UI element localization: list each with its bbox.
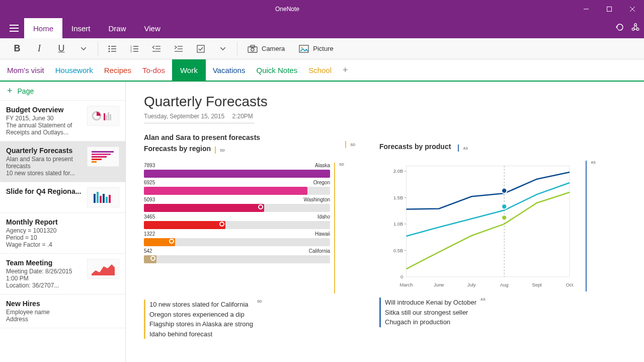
tags-dropdown[interactable] [212,38,234,59]
toolbar-divider [98,42,98,56]
note-line: Flagship stores in Alaska are strong [149,319,253,329]
page-thumbnail [87,187,119,207]
bar-row: 3465Idaho [144,214,330,229]
page-item[interactable]: Budget OverviewFY 2015, June 30The annua… [0,101,125,141]
svg-text:Sept: Sept [532,282,542,287]
author-badge: AS [463,147,468,150]
section-tab-quick-notes[interactable]: Quick Notes [256,59,297,81]
notes-left: 10 new stores slated for California Oreg… [144,300,253,339]
svg-rect-30 [251,45,255,47]
section-tab-mom-s-visit[interactable]: Mom's visit [7,59,44,81]
page-item[interactable]: Quarterly ForecastsAlan and Sara to pres… [0,141,125,182]
page-item[interactable]: New HiresEmployee nameAddress [0,295,125,328]
svg-point-12 [109,48,110,49]
svg-rect-40 [92,154,111,155]
camera-label: Camera [262,45,285,52]
svg-text:Oct: Oct [566,282,574,287]
indent-button[interactable] [168,38,190,59]
page-item-preview-line: Address [6,316,119,323]
outdent-icon [152,45,160,52]
svg-rect-28 [197,45,204,52]
page-item-title: Team Meeting [6,259,83,267]
section-tab-recipes[interactable]: Recipes [104,59,131,81]
todo-checkbox-button[interactable] [190,38,212,59]
page-item-preview-line: Period = 10 [6,234,119,241]
picture-button[interactable]: Picture [292,38,340,59]
page-item-title: Budget Overview [6,106,83,114]
page-item-preview-line: Meeting Date: 8/26/2015 [6,268,83,275]
bar-value: 3465 [144,214,155,220]
author-marker [345,141,346,148]
share-button[interactable] [631,23,640,34]
note-line: Will introduce Kenai by October [385,298,476,308]
add-section-button[interactable]: + [343,65,348,76]
page-item[interactable]: Slide for Q4 Regiona... [0,182,125,213]
undo-icon [615,23,624,32]
section-tab-school[interactable]: School [308,59,332,81]
bar-value: 1322 [144,231,155,237]
page-thumbnail [87,259,119,279]
app-title: OneNote [0,6,575,13]
svg-point-31 [251,48,254,51]
bar-row: 1322Hawaii [144,231,330,246]
page-date: Tuesday, September 15, 2015 [144,113,224,120]
svg-rect-49 [109,195,111,203]
indent-icon [175,45,183,52]
hamburger-menu[interactable] [4,18,24,38]
page-item[interactable]: Monthly ReportAgency = 1001320Period = 1… [0,213,125,254]
minimize-button[interactable] [575,0,598,18]
page-item-preview-line: Wage Factor = .4 [6,241,119,248]
svg-point-68 [502,204,507,209]
note-header-line2: Forecasts by region [144,144,211,153]
page-item-preview-line: 10 new stores slated for... [6,170,83,177]
svg-text:1.0B: 1.0B [393,222,403,227]
svg-rect-50 [407,166,570,276]
author-badge: SD [350,143,355,147]
page-item[interactable]: Team MeetingMeeting Date: 8/26/20151:00 … [0,254,125,295]
font-dropdown[interactable] [72,38,95,59]
ribbon-tab-draw[interactable]: Draw [100,18,135,38]
maximize-button[interactable] [598,0,621,18]
notes-right: Will introduce Kenai by October Sitka st… [379,298,476,327]
section-tabs: Mom's visitHouseworkRecipesTo-dosWorkVac… [0,59,644,82]
camera-button[interactable]: Camera [240,38,292,59]
undo-button[interactable] [615,23,624,34]
bar-row: 7893Alaska [144,163,330,178]
svg-text:March: March [400,282,413,287]
plus-icon: + [7,86,13,96]
chevron-down-icon [220,47,225,50]
page-item-preview-line: Agency = 1001320 [6,227,119,234]
author-badge: AS [480,298,486,327]
section-tab-to-dos[interactable]: To-dos [142,59,165,81]
page-time: 2:20PM [232,113,253,120]
ribbon-tab-view[interactable]: View [135,18,170,38]
section-tab-housework[interactable]: Housework [55,59,93,81]
outdent-button[interactable] [145,38,168,59]
ribbon-tab-home[interactable]: Home [24,18,62,38]
page-item-preview-line: FY 2015, June 30 [6,115,83,122]
bar-value: 6925 [144,180,155,185]
svg-rect-29 [248,47,257,52]
svg-rect-45 [97,192,99,203]
author-badge: SD [220,149,225,152]
underline-button[interactable]: U [50,38,72,59]
italic-button[interactable]: I [28,38,50,59]
section-tab-vacations[interactable]: Vacations [213,59,246,81]
new-page-button[interactable]: + Page [0,82,125,101]
page-title[interactable]: Quarterly Forecasts [144,94,626,110]
numbered-list-button[interactable]: 123 [123,38,145,59]
bold-button[interactable]: B [6,38,28,59]
svg-rect-41 [92,156,107,158]
section-tab-work[interactable]: Work [172,59,206,81]
author-marker [215,147,216,154]
share-icon [631,23,640,32]
close-button[interactable] [621,0,644,18]
author-badge: SD [257,300,262,339]
bullet-list-button[interactable] [101,38,123,59]
page-canvas[interactable]: Quarterly Forecasts Tuesday, September 1… [126,82,644,362]
ribbon-tab-insert[interactable]: Insert [62,18,100,38]
page-item-preview-line: The annual Statement of Receipts and Out… [6,122,83,136]
svg-point-69 [502,215,507,220]
svg-rect-48 [106,197,108,203]
svg-point-10 [109,45,110,47]
